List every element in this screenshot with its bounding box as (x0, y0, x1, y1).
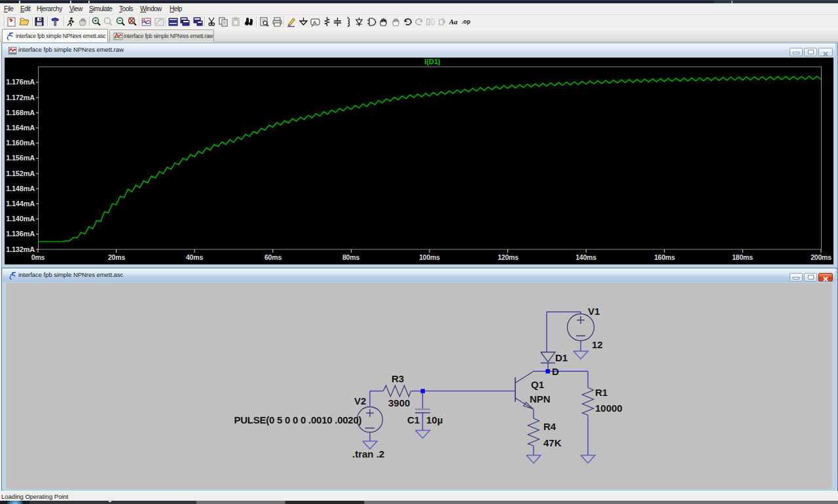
svg-text:D1: D1 (555, 352, 568, 363)
svg-text:1.148mA: 1.148mA (6, 185, 35, 192)
svg-text:0ms: 0ms (31, 253, 45, 261)
svg-text:100ms: 100ms (419, 253, 440, 261)
svg-text:1.168mA: 1.168mA (6, 109, 35, 117)
svg-text:V1: V1 (588, 306, 600, 317)
svg-text:10000: 10000 (595, 403, 623, 414)
svg-text:I(D1): I(D1) (424, 58, 441, 65)
svg-text:1.132mA: 1.132mA (6, 245, 35, 253)
svg-text:.tran .2: .tran .2 (352, 448, 384, 459)
svg-text:80ms: 80ms (342, 253, 359, 261)
svg-text:60ms: 60ms (264, 253, 282, 261)
svg-text:20ms: 20ms (108, 253, 125, 261)
svg-text:PULSE(0 5 0 0 0 .0010 .0020): PULSE(0 5 0 0 0 .0010 .0020) (234, 414, 362, 425)
svg-text:1.144mA: 1.144mA (6, 200, 35, 207)
svg-text:1.140mA: 1.140mA (6, 215, 35, 223)
svg-text:Aa: Aa (448, 18, 458, 26)
svg-text:C1: C1 (407, 414, 420, 425)
svg-text:140ms: 140ms (575, 253, 596, 261)
svg-text:10µ: 10µ (426, 414, 443, 425)
svg-text:12: 12 (592, 339, 603, 350)
svg-text:NPN: NPN (530, 393, 551, 405)
svg-text:A: A (313, 20, 317, 26)
svg-text:R4: R4 (543, 421, 556, 432)
svg-text:1.152mA: 1.152mA (6, 170, 35, 177)
svg-text:1.160mA: 1.160mA (6, 139, 35, 147)
svg-text:180ms: 180ms (732, 253, 753, 261)
svg-text:200ms: 200ms (811, 253, 831, 261)
svg-text:3900: 3900 (388, 397, 410, 408)
svg-text:1.172mA: 1.172mA (6, 94, 35, 101)
svg-text:.op: .op (462, 18, 471, 25)
svg-text:120ms: 120ms (498, 253, 519, 261)
svg-text:R1: R1 (595, 387, 608, 398)
svg-text:D: D (552, 366, 559, 377)
svg-text:V2: V2 (354, 395, 366, 406)
svg-text:40ms: 40ms (186, 253, 203, 261)
svg-text:160ms: 160ms (654, 253, 675, 261)
svg-text:47K: 47K (543, 437, 562, 448)
svg-text:Q1: Q1 (531, 379, 544, 390)
svg-text:1.136mA: 1.136mA (6, 230, 35, 238)
svg-text:1.164mA: 1.164mA (6, 124, 35, 132)
svg-text:R3: R3 (392, 373, 404, 384)
svg-text:1.176mA: 1.176mA (6, 78, 35, 86)
svg-text:1.156mA: 1.156mA (6, 154, 35, 162)
